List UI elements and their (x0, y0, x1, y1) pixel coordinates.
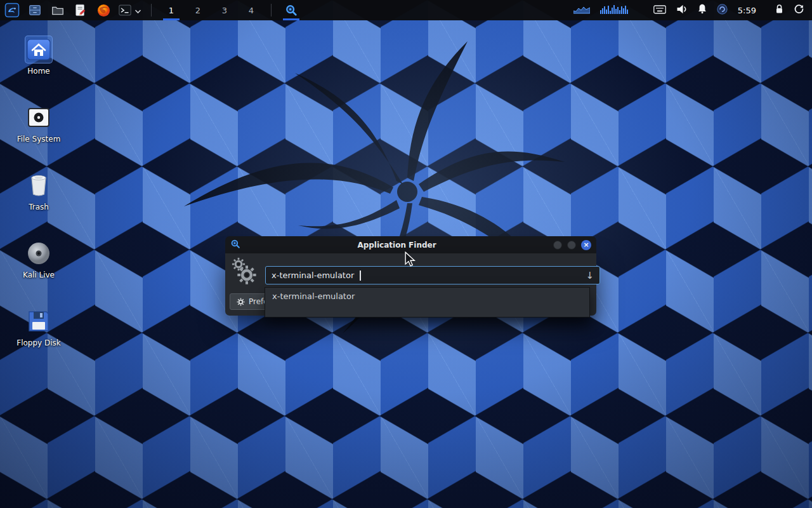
window-title: Application Finder (240, 241, 553, 250)
desktop-icon-file-system[interactable]: File System (11, 104, 66, 144)
top-panel: 1 2 3 4 (0, 0, 812, 20)
desktop-icon-label: Home (27, 67, 49, 76)
panel-separator (271, 4, 272, 17)
window-body: x-terminal-emulator ↓ Preferences x-term… (225, 253, 596, 316)
command-input-value: x-terminal-emulator (272, 271, 354, 280)
kali-menu-icon[interactable] (4, 2, 20, 18)
workspace-2[interactable]: 2 (188, 0, 208, 20)
workspace-2-label: 2 (195, 6, 200, 15)
keyboard-layout-icon[interactable] (653, 4, 666, 17)
chevron-down-icon[interactable] (134, 4, 141, 17)
file-system-icon (25, 104, 53, 131)
update-indicator-icon[interactable] (717, 4, 728, 17)
application-finder-window: Application Finder × x-terminal-emulator… (225, 236, 596, 316)
workspace-1-label: 1 (169, 6, 174, 15)
desktop-icon-label: File System (17, 135, 61, 144)
volume-icon[interactable] (676, 4, 688, 17)
completion-item[interactable]: x-terminal-emulator (265, 288, 589, 305)
window-buttons: × (553, 240, 591, 250)
home-icon (25, 36, 53, 64)
command-input[interactable]: x-terminal-emulator ↓ (265, 266, 600, 284)
workspace-1[interactable]: 1 (161, 0, 181, 20)
workspace-4[interactable]: 4 (241, 0, 261, 20)
notifications-bell-icon[interactable] (698, 4, 707, 17)
desktop-icon-trash[interactable]: Trash (11, 171, 66, 211)
firefox-icon[interactable] (95, 2, 112, 18)
desktop-icon-label: Kali Live (23, 271, 55, 279)
workspace-3[interactable]: 3 (214, 0, 235, 20)
text-editor-icon[interactable] (72, 2, 89, 18)
spectrum-graph-icon[interactable] (600, 3, 629, 17)
text-cursor (360, 271, 361, 281)
desktop-icon-label: Floppy Disk (16, 339, 61, 347)
folder-icon[interactable] (49, 2, 66, 18)
desktop-icon-label: Trash (29, 203, 49, 211)
application-finder-icon (230, 239, 240, 251)
maximize-button[interactable] (567, 241, 576, 250)
workspace-3-label: 3 (222, 6, 227, 15)
minimize-button[interactable] (553, 241, 562, 250)
workspace-4-label: 4 (249, 6, 254, 15)
lock-icon[interactable] (775, 4, 783, 17)
floppy-icon (25, 307, 53, 335)
desktop-screen: 1 2 3 4 (0, 0, 812, 508)
panel-right: 5:59 (573, 0, 812, 20)
desktop-icon-floppy-disk[interactable]: Floppy Disk (11, 307, 66, 347)
panel-separator (151, 4, 152, 17)
dropdown-arrow-icon[interactable]: ↓ (586, 270, 594, 281)
settings-gears-icon (230, 257, 262, 289)
clock[interactable]: 5:59 (738, 6, 756, 15)
session-logout-icon[interactable] (794, 4, 804, 17)
cpu-graph-icon[interactable] (573, 4, 590, 17)
terminal-icon[interactable] (118, 2, 132, 18)
close-button[interactable]: × (581, 240, 591, 250)
desktop-icon-home[interactable]: Home (11, 36, 66, 76)
file-manager-icon[interactable] (27, 2, 43, 18)
taskbar-application-finder[interactable] (281, 0, 301, 20)
window-titlebar[interactable]: Application Finder × (225, 236, 596, 253)
panel-left: 1 2 3 4 (0, 0, 301, 20)
trash-icon (25, 171, 53, 199)
completion-popup: x-terminal-emulator (265, 287, 590, 318)
desktop-icon-kali-live[interactable]: Kali Live (11, 239, 66, 279)
cdrom-icon (25, 239, 53, 267)
